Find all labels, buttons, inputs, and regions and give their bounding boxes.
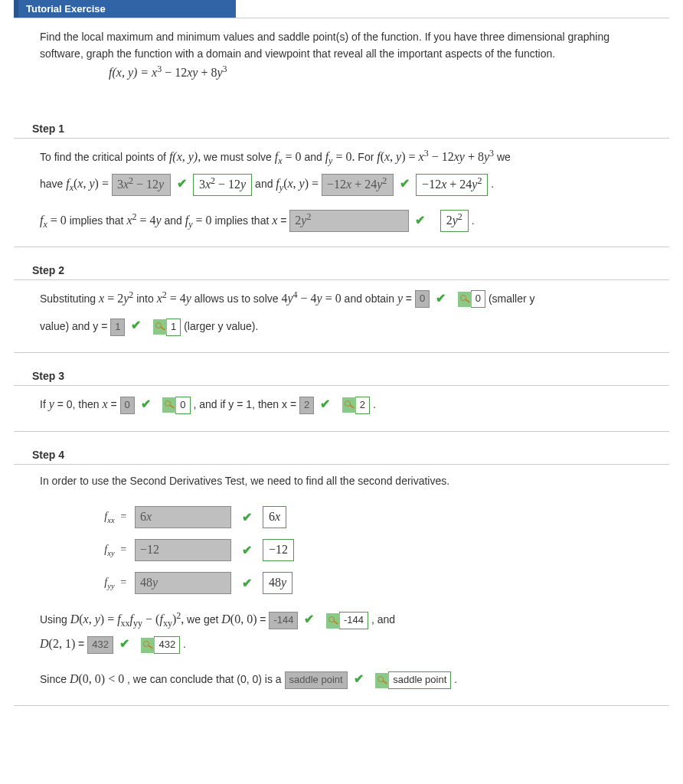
fxx-label: fxx = [93,505,127,529]
step1-intro-f: we [497,151,511,163]
y1-answer: 0 [471,290,485,308]
key-icon [375,673,389,688]
d21-answer: 432 [154,636,180,654]
key-icon [458,292,472,307]
fyy-input[interactable]: 48y [135,572,231,594]
key-icon [153,319,167,335]
step1-intro-c: we must solve [204,151,275,163]
fx-answer: 3x2 − 12y [193,174,252,196]
key-icon [162,397,176,413]
y2-answer: 1 [166,318,181,336]
fyy-answer: 48y [263,572,292,594]
fxy-input[interactable]: −12 [135,539,231,561]
function-equation: f(x, y) = x3 − 12xy + 8y3 [40,62,654,98]
fxy-answer: −12 [263,539,294,561]
fxx-answer: 6x [263,506,286,528]
step1-fxy: f(x, y), [169,150,201,163]
d00-answer: -144 [339,612,368,629]
problem-text: Find the local maximum and minimum value… [40,31,609,60]
fxx-input[interactable]: 6x [135,506,231,528]
x0-answer: 0 [175,397,190,414]
key-icon [342,397,356,413]
step3-text-c: . [373,398,376,410]
d00-input[interactable]: -144 [269,612,298,629]
step-divider [14,431,669,432]
check-icon: ✔ [177,170,187,197]
check-icon: ✔ [415,208,425,233]
x-eq-input[interactable]: 2y2 [289,210,409,232]
step-divider [14,247,669,247]
check-icon: ✔ [400,170,410,197]
check-icon: ✔ [242,570,252,596]
function-lhs: f(x, y) = [109,66,152,79]
fxy-label: fxy = [93,538,127,562]
step-divider [14,705,669,706]
check-icon: ✔ [320,390,330,417]
step4-d21-dot: . [183,638,186,650]
check-icon: ✔ [131,312,141,338]
step2-smaller: (smaller y [489,292,535,305]
step4-label: Step 4 [32,449,669,461]
step1-have: have [40,178,66,190]
step-divider [14,352,669,353]
key-icon [326,613,340,629]
step1-body: To find the critical points of f(x, y), … [14,139,669,243]
fx-input[interactable]: 3x2 − 12y [112,174,171,196]
saddle-input[interactable]: saddle point [285,671,348,689]
saddle-answer: saddle point [388,671,451,689]
step4-intro: In order to use the Second Derivatives T… [40,475,449,487]
x1-input[interactable]: 2 [299,397,314,414]
check-icon: ✔ [242,504,252,531]
x-eq-answer: 2y2 [440,210,469,232]
key-icon [141,638,155,653]
step2-text-c: value) and y = [40,320,110,332]
fy-answer: −12x + 24y2 [416,174,488,196]
x0-input[interactable]: 0 [120,397,135,414]
page-root: Tutorial Exercise Find the local maximum… [0,0,683,737]
step4-using-b: , and [371,613,395,626]
fy-input[interactable]: −12x + 24y2 [322,174,394,196]
step1-intro-d: and [304,151,325,163]
y1-input[interactable]: 0 [415,290,430,308]
problem-statement: Find the local maximum and minimum value… [14,29,669,106]
step4-since-b: . [454,673,457,685]
step4-body: In order to use the Second Derivatives T… [14,465,669,702]
step2-body: Substituting x = 2y2 into x2 = 4y allows… [14,280,669,349]
step1-and: and [255,178,276,190]
fyy-label: fyy = [93,571,127,595]
check-icon: ✔ [119,632,129,656]
d21-input[interactable]: 432 [87,636,113,654]
check-icon: ✔ [354,667,364,691]
step3-text-b: , and if y = 1, then x = [193,398,299,410]
tutorial-exercise-header: Tutorial Exercise [14,0,236,18]
step2-text-d: (larger y value). [184,320,258,332]
step3-label: Step 3 [32,370,669,382]
step1-label: Step 1 [32,122,669,135]
step1-intro-e: For [358,151,377,163]
step1-intro-a: To find the critical points of [40,151,169,163]
x1-answer: 2 [355,397,370,414]
check-icon: ✔ [141,390,151,417]
step2-label: Step 2 [32,264,669,276]
check-icon: ✔ [436,285,446,312]
step3-body: If y = 0, then x = 0 ✔ 0 , and if y = 1,… [14,386,669,428]
header-divider [14,18,669,18]
check-icon: ✔ [242,537,252,564]
check-icon: ✔ [304,607,314,632]
y2-input[interactable]: 1 [110,318,125,336]
